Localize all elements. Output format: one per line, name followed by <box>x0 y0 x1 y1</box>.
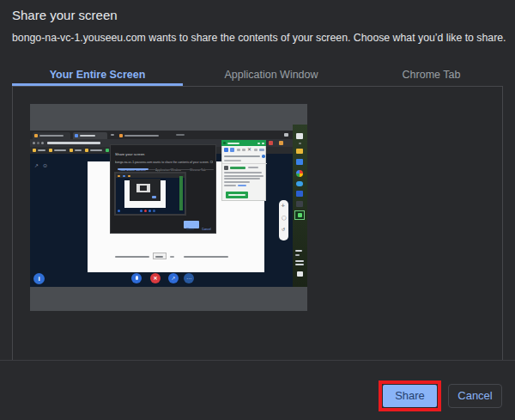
expand-icon: ↗ <box>34 162 39 168</box>
share-button[interactable]: Share <box>383 385 437 407</box>
taskbar-dot-icon <box>299 143 301 144</box>
toolbar-icon <box>242 149 245 151</box>
printer-icon <box>224 166 228 170</box>
tray-text-smudge <box>295 254 300 256</box>
orange-extension-icon <box>279 141 283 145</box>
dialog-description: bongo-na-vc-1.youseeu.com wants to share… <box>12 32 506 44</box>
clock-text-smudge <box>295 260 304 262</box>
window-controls-smudge <box>284 133 288 137</box>
close-glyph-icon: ✕ <box>247 146 251 152</box>
nested-end-call-button <box>144 210 147 212</box>
taskbar-app-icon <box>296 201 303 207</box>
green-action-button <box>226 192 248 198</box>
tab-chrome-tab[interactable]: Chrome Tab <box>360 69 503 83</box>
text-smudge <box>228 194 245 196</box>
divider <box>148 169 214 170</box>
nested-screen <box>116 173 185 214</box>
text-smudge <box>224 160 241 161</box>
cancel-button[interactable]: Cancel <box>448 384 502 408</box>
text-smudge <box>184 256 228 258</box>
screen-preview-thumbnail[interactable]: ↗ ⊙ Share your screen bongo-na-vc-1.yous… <box>30 104 307 311</box>
share-button-highlight: Share <box>379 380 441 411</box>
browser-tab-active <box>73 132 107 139</box>
text-smudge <box>224 155 260 157</box>
page-title: Share your screen <box>12 8 118 22</box>
captured-browser-tabbar <box>30 131 293 139</box>
text-smudge <box>227 143 239 144</box>
text-smudge <box>155 256 163 258</box>
nested-taskbar <box>179 176 183 210</box>
screen-top-gray-band <box>30 104 307 131</box>
captured-app-viewport: ↗ ⊙ Share your screen bongo-na-vc-1.yous… <box>30 154 293 287</box>
new-tab-icon <box>111 134 114 136</box>
folder-icon <box>70 149 73 152</box>
text-smudge <box>176 134 185 136</box>
share-screen-dialog: Share your screen bongo-na-vc-1.youseeu.… <box>0 0 515 420</box>
tray-text-smudge <box>295 250 302 252</box>
mic-icon <box>136 276 138 280</box>
text-smudge <box>224 185 236 186</box>
app-icon <box>223 142 226 144</box>
text-smudge <box>80 135 95 137</box>
notification-icon <box>297 271 303 277</box>
favicon <box>119 134 123 137</box>
captured-taskbar <box>293 125 307 287</box>
taskbar-window-icon <box>296 133 303 139</box>
browser-tab <box>118 132 171 139</box>
recursive-tab-underline <box>118 168 148 170</box>
share-screen-button: ↗ <box>168 273 179 283</box>
divider <box>222 163 267 164</box>
taskbar-cloud-icon <box>296 181 303 186</box>
nested-share-button <box>152 196 156 198</box>
link-smudge <box>238 185 246 186</box>
folder-icon <box>33 149 36 152</box>
green-window-titlebar <box>221 140 266 146</box>
taskbar-active-app-icon <box>294 210 305 220</box>
green-window-body: ✕ <box>221 146 266 201</box>
text-smudge <box>54 149 66 151</box>
favicon <box>34 134 38 137</box>
nested-nested-thumbnail <box>136 184 150 192</box>
text-smudge <box>90 149 102 151</box>
red-extension-icon <box>269 141 273 145</box>
green-app-window: ✕ <box>221 140 266 201</box>
text-smudge <box>75 149 82 151</box>
text-smudge <box>224 175 264 177</box>
text-smudge <box>248 167 258 168</box>
recursive-cancel-label: Cancel <box>202 222 226 238</box>
move-icon: ✛ <box>282 203 285 208</box>
close-icon <box>262 143 264 144</box>
favicon <box>75 134 78 137</box>
minimize-icon <box>258 143 260 144</box>
taskbar-teams-icon <box>296 191 303 197</box>
text-smudge <box>39 135 64 137</box>
date-text-smudge <box>295 264 304 265</box>
nested-thumbnail <box>114 172 186 216</box>
taskbar-word-icon <box>296 159 303 165</box>
active-app-glyph <box>298 213 302 217</box>
back-icon <box>33 142 35 144</box>
toolbar-icon <box>237 149 240 151</box>
forward-icon <box>37 142 39 144</box>
recursive-share-button: Share <box>184 221 199 228</box>
nested-dialog <box>130 179 161 201</box>
text-smudge <box>224 172 262 173</box>
nested-call-button <box>148 210 151 212</box>
select-icon: ◯ <box>282 215 287 220</box>
favicon <box>123 175 125 177</box>
nested-browser-bar <box>116 173 185 178</box>
tab-your-entire-screen[interactable]: Your Entire Screen <box>12 69 183 83</box>
favicon <box>128 175 130 177</box>
text-smudge <box>224 178 260 180</box>
tab-application-window[interactable]: Application Window <box>183 69 360 83</box>
toolbar-icon <box>230 148 234 152</box>
taskbar-chrome-icon <box>296 170 303 177</box>
zoom-dropdown <box>153 253 167 259</box>
rotate-icon: ↺ <box>282 227 285 232</box>
floating-toolbar: ✛ ◯ ↺ <box>279 200 288 240</box>
nested-call-button <box>140 210 142 212</box>
reload-icon <box>41 142 44 144</box>
toolbar-icon <box>259 149 264 151</box>
text-smudge <box>124 135 159 137</box>
screen-bottom-gray-band <box>30 287 307 311</box>
